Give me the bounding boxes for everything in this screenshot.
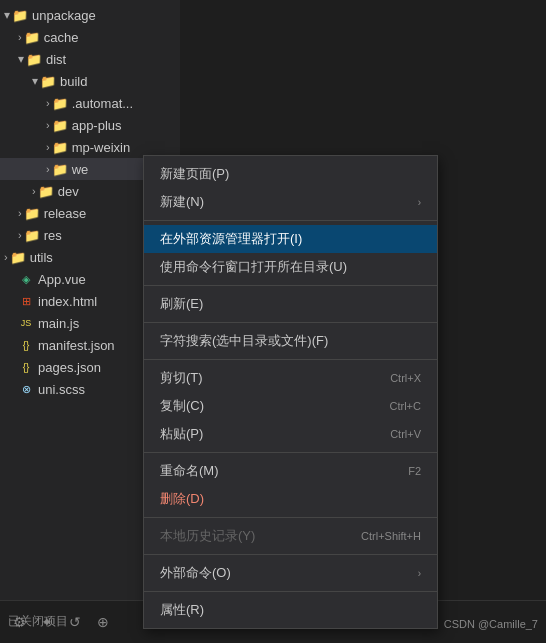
item-label: release: [44, 206, 87, 221]
menu-item-label: 新建(N): [160, 193, 204, 211]
chevron-icon: ›: [32, 185, 36, 197]
file-icon: ⊗: [18, 381, 34, 397]
menu-item-label: 属性(R): [160, 601, 204, 619]
menu-separator: [144, 517, 437, 518]
folder-icon: 📁: [52, 139, 68, 155]
menu-item-external-cmd[interactable]: 外部命令(O)›: [144, 559, 437, 587]
close-button[interactable]: ⊕: [92, 611, 114, 633]
item-label: unpackage: [32, 8, 96, 23]
file-icon: {}: [18, 359, 34, 375]
item-label: .automat...: [72, 96, 133, 111]
file-icon: {}: [18, 337, 34, 353]
refresh-button[interactable]: ↺: [64, 611, 86, 633]
chevron-icon: ▾: [18, 52, 24, 66]
folder-icon: 📁: [10, 249, 26, 265]
menu-item-label: 在外部资源管理器打开(I): [160, 230, 302, 248]
chevron-icon: ›: [46, 141, 50, 153]
menu-shortcut: Ctrl+V: [390, 428, 421, 440]
context-menu: 新建页面(P)新建(N)›在外部资源管理器打开(I)使用命令行窗口打开所在目录(…: [143, 155, 438, 629]
chevron-icon: ▾: [4, 8, 10, 22]
item-label: App.vue: [38, 272, 86, 287]
menu-separator: [144, 554, 437, 555]
chevron-icon: ›: [46, 97, 50, 109]
chevron-icon: ›: [18, 207, 22, 219]
folder-icon: 📁: [24, 227, 40, 243]
menu-item-label: 使用命令行窗口打开所在目录(U): [160, 258, 347, 276]
menu-shortcut: Ctrl+C: [390, 400, 421, 412]
file-icon: ◈: [18, 271, 34, 287]
chevron-icon: ›: [46, 163, 50, 175]
folder-icon: 📁: [26, 51, 42, 67]
item-label: cache: [44, 30, 79, 45]
menu-separator: [144, 359, 437, 360]
menu-item-label: 新建页面(P): [160, 165, 229, 183]
menu-item-new[interactable]: 新建(N)›: [144, 188, 437, 216]
folder-icon: 📁: [24, 205, 40, 221]
folder-icon: 📁: [52, 117, 68, 133]
chevron-icon: ›: [46, 119, 50, 131]
menu-item-label: 本地历史记录(Y): [160, 527, 255, 545]
chevron-icon: ›: [18, 31, 22, 43]
item-label: we: [72, 162, 89, 177]
menu-item-char-search[interactable]: 字符搜索(选中目录或文件)(F): [144, 327, 437, 355]
menu-item-label: 剪切(T): [160, 369, 203, 387]
item-label: utils: [30, 250, 53, 265]
tree-item-build[interactable]: ▾📁build: [0, 70, 180, 92]
item-label: mp-weixin: [72, 140, 131, 155]
item-label: build: [60, 74, 87, 89]
menu-separator: [144, 220, 437, 221]
menu-shortcut: Ctrl+X: [390, 372, 421, 384]
menu-item-properties[interactable]: 属性(R): [144, 596, 437, 624]
menu-item-label: 字符搜索(选中目录或文件)(F): [160, 332, 328, 350]
item-label: index.html: [38, 294, 97, 309]
bottom-right-label: CSDN @Camille_7: [444, 618, 538, 630]
tree-item-cache[interactable]: ›📁cache: [0, 26, 180, 48]
menu-separator: [144, 591, 437, 592]
folder-icon: 📁: [24, 29, 40, 45]
menu-item-label: 外部命令(O): [160, 564, 231, 582]
menu-item-refresh[interactable]: 刷新(E): [144, 290, 437, 318]
menu-item-label: 复制(C): [160, 397, 204, 415]
chevron-icon: ▾: [32, 74, 38, 88]
menu-item-label: 删除(D): [160, 490, 204, 508]
menu-separator: [144, 452, 437, 453]
item-label: dist: [46, 52, 66, 67]
menu-item-label: 粘贴(P): [160, 425, 203, 443]
chevron-icon: ›: [18, 229, 22, 241]
folder-icon: 📁: [12, 7, 28, 23]
submenu-arrow-icon: ›: [418, 197, 421, 208]
tree-item-app-plus[interactable]: ›📁app-plus: [0, 114, 180, 136]
menu-shortcut: Ctrl+Shift+H: [361, 530, 421, 542]
item-label: manifest.json: [38, 338, 115, 353]
menu-item-open-explorer[interactable]: 在外部资源管理器打开(I): [144, 225, 437, 253]
tree-item-unpackage[interactable]: ▾📁unpackage: [0, 4, 180, 26]
menu-item-label: 重命名(M): [160, 462, 219, 480]
folder-icon: 📁: [52, 161, 68, 177]
menu-item-open-terminal[interactable]: 使用命令行窗口打开所在目录(U): [144, 253, 437, 281]
menu-separator: [144, 285, 437, 286]
tree-item-automat[interactable]: ›📁.automat...: [0, 92, 180, 114]
item-label: dev: [58, 184, 79, 199]
item-label: app-plus: [72, 118, 122, 133]
tree-item-dist[interactable]: ▾📁dist: [0, 48, 180, 70]
menu-item-cut[interactable]: 剪切(T)Ctrl+X: [144, 364, 437, 392]
settings-button[interactable]: ⚙: [8, 611, 30, 633]
item-label: main.js: [38, 316, 79, 331]
folder-icon: 📁: [38, 183, 54, 199]
file-icon: ⊞: [18, 293, 34, 309]
folder-icon: 📁: [40, 73, 56, 89]
menu-item-label: 刷新(E): [160, 295, 203, 313]
menu-shortcut: F2: [408, 465, 421, 477]
menu-item-paste[interactable]: 粘贴(P)Ctrl+V: [144, 420, 437, 448]
search-button[interactable]: ✦: [36, 611, 58, 633]
bottom-actions: ⚙ ✦ ↺ ⊕: [8, 611, 114, 633]
menu-item-new-page[interactable]: 新建页面(P): [144, 160, 437, 188]
file-icon: JS: [18, 315, 34, 331]
menu-item-copy[interactable]: 复制(C)Ctrl+C: [144, 392, 437, 420]
menu-item-delete[interactable]: 删除(D): [144, 485, 437, 513]
menu-item-local-history: 本地历史记录(Y)Ctrl+Shift+H: [144, 522, 437, 550]
menu-item-rename[interactable]: 重命名(M)F2: [144, 457, 437, 485]
submenu-arrow-icon: ›: [418, 568, 421, 579]
item-label: uni.scss: [38, 382, 85, 397]
item-label: pages.json: [38, 360, 101, 375]
